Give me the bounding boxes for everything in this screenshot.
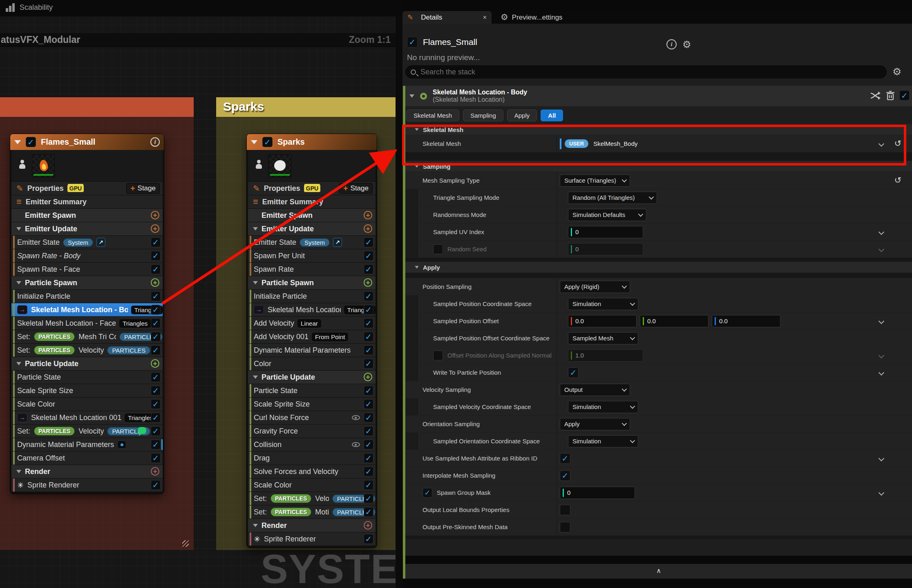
module-row[interactable]: Scale Sprite Size✓ — [11, 384, 163, 397]
value-checkbox[interactable]: ✓ — [560, 453, 570, 464]
value-checkbox[interactable]: ✓ — [568, 367, 579, 378]
enabled-checkbox[interactable]: ✓ — [364, 399, 373, 409]
module-row[interactable]: Scale Color✓ — [248, 478, 376, 492]
enabled-checkbox[interactable]: ✓ — [364, 305, 373, 315]
enabled-checkbox[interactable]: ✓ — [364, 359, 373, 369]
collapse-arrow-icon[interactable] — [16, 227, 21, 230]
module-row[interactable]: Set:PARTICLESVelocityPARTICLES✓ — [248, 492, 376, 505]
add-stage-button[interactable]: +Stage — [126, 183, 160, 194]
enabled-checkbox[interactable]: ✓ — [364, 318, 373, 328]
enabled-checkbox[interactable]: ✓ — [364, 264, 373, 274]
dropdown-triangle-sampling-mode[interactable]: Random (All Triangles) — [568, 192, 657, 204]
add-module-button[interactable]: + — [151, 359, 159, 368]
expand-chevron-icon[interactable] — [878, 370, 884, 376]
dropdown-randomness-mode[interactable]: Simulation Defaults — [568, 209, 646, 221]
collapse-arrow-icon[interactable] — [253, 227, 258, 230]
add-module-button[interactable]: + — [151, 278, 159, 287]
tab-close-icon[interactable]: × — [483, 14, 487, 21]
module-row[interactable]: Set:PARTICLESVelocityPARTICLES✓ — [11, 344, 163, 357]
collapse-arrow-icon[interactable] — [16, 362, 21, 365]
stack-group-row[interactable]: Particle Spawn+ — [248, 276, 376, 289]
enabled-checkbox[interactable]: ✓ — [364, 251, 373, 261]
enabled-checkbox[interactable]: ✓ — [151, 332, 161, 342]
module-row[interactable]: Add VelocityLinear✓ — [248, 317, 376, 330]
category-header-skeletal-mesh[interactable]: Skeletal Mesh — [405, 124, 912, 135]
enabled-checkbox[interactable]: ✓ — [151, 413, 161, 423]
add-module-button[interactable]: + — [364, 278, 372, 287]
module-row[interactable]: Color✓ — [248, 357, 376, 370]
enabled-checkbox[interactable]: ✓ — [151, 264, 161, 274]
expand-chevron-icon[interactable] — [878, 490, 884, 496]
flames-comment-header[interactable] — [0, 97, 194, 117]
value-checkbox[interactable] — [560, 505, 570, 515]
collapse-arrow-icon[interactable] — [415, 128, 419, 131]
property-enable-checkbox[interactable] — [433, 244, 443, 254]
emitter-node-flames-small[interactable]: ✓Flames_Smalli✎PropertiesGPU+Stage≡Emitt… — [10, 134, 164, 494]
number-input[interactable]: 0 — [560, 487, 635, 499]
enabled-checkbox[interactable]: ✓ — [151, 305, 161, 315]
enabled-checkbox[interactable]: ✓ — [151, 237, 161, 247]
module-row[interactable]: Set:PARTICLESVelocityPARTICLES✓ — [11, 425, 163, 438]
module-row[interactable]: Particle State✓ — [11, 371, 163, 384]
search-settings-gear-icon[interactable]: ⚙ — [892, 67, 901, 77]
enabled-checkbox[interactable]: ✓ — [151, 318, 161, 328]
module-row[interactable]: Skeletal Mesh Location - FaceTriangles✓ — [11, 317, 163, 330]
stack-group-row[interactable]: Render+ — [248, 519, 376, 532]
enabled-checkbox[interactable]: ✓ — [364, 494, 373, 503]
add-module-button[interactable]: + — [364, 373, 372, 381]
add-module-button[interactable]: + — [151, 467, 159, 476]
module-row[interactable]: Camera Offset✓ — [11, 452, 163, 465]
module-row[interactable]: →Skeletal Mesh Location 001Triangles✓ — [11, 411, 163, 424]
enabled-checkbox[interactable]: ✓ — [364, 507, 373, 517]
number-input[interactable]: 0 — [568, 243, 643, 255]
add-module-button[interactable]: + — [364, 521, 372, 530]
shuffle-icon[interactable] — [870, 91, 881, 100]
expand-chevron-icon[interactable] — [878, 456, 884, 461]
enabled-checkbox[interactable]: ✓ — [364, 480, 373, 490]
vector-input-z[interactable]: 0.0 — [712, 315, 780, 327]
module-row[interactable]: →Skeletal Mesh Location - BodyTriangles✓ — [11, 303, 163, 316]
expand-chevron-icon[interactable] — [878, 141, 884, 147]
emitter-thumbnail[interactable] — [32, 154, 55, 177]
stack-group-row[interactable]: Particle Spawn+ — [11, 276, 163, 289]
emitter-node-header[interactable]: ✓Sparks — [247, 134, 377, 150]
number-input[interactable]: 0 — [568, 226, 643, 238]
collapse-stack-icon[interactable]: ∧ — [656, 567, 661, 575]
enabled-checkbox[interactable]: ✓ — [364, 426, 373, 436]
enabled-checkbox[interactable]: ✓ — [364, 237, 373, 247]
filter-button-all[interactable]: All — [541, 110, 563, 121]
number-input[interactable]: 1.0 — [568, 349, 643, 362]
dropdown-orientation-sampling[interactable]: Apply — [560, 418, 630, 430]
stack-group-row[interactable]: Emitter Update+ — [248, 222, 376, 235]
module-row[interactable]: Drag✓ — [248, 452, 376, 465]
module-row[interactable]: Scale Color✓ — [11, 398, 163, 411]
category-header-sampling[interactable]: Sampling — [405, 161, 912, 172]
add-stage-button[interactable]: +Stage — [339, 183, 373, 194]
value-checkbox[interactable] — [560, 522, 570, 532]
enabled-checkbox[interactable]: ✓ — [151, 251, 161, 261]
stack-group-row[interactable]: Emitter Update+ — [11, 222, 163, 235]
property-enable-checkbox[interactable]: ✓ — [422, 488, 432, 498]
collapse-arrow-icon[interactable] — [16, 470, 21, 473]
enabled-checkbox[interactable]: ✓ — [364, 534, 373, 544]
reset-to-default-icon[interactable]: ↺ — [894, 175, 901, 185]
vector-input-y[interactable]: 0.0 — [640, 315, 709, 327]
enabled-checkbox[interactable]: ✓ — [364, 440, 373, 449]
module-row[interactable]: Spawn Per Unit✓ — [248, 249, 376, 262]
filter-button-skeletal-mesh[interactable]: Skeletal Mesh — [406, 110, 459, 121]
module-row[interactable]: Dynamic Material Parameters✓ — [248, 344, 376, 357]
dropdown-sampled-position-offset-coordinate-space[interactable]: Sampled Mesh — [568, 332, 638, 344]
properties-row[interactable]: ✎PropertiesGPU+Stage — [248, 182, 376, 195]
module-row[interactable]: Set:PARTICLESMotionBlurPARTICLES✓ — [248, 505, 376, 519]
module-row[interactable]: Emitter StateSystem↗✓ — [11, 236, 163, 249]
collapse-arrow-icon[interactable] — [409, 94, 414, 98]
system-overview-graph[interactable]: Sparks atusVFX_Modular Zoom 1:1 ✓Flames_… — [0, 16, 396, 588]
info-icon[interactable]: i — [666, 39, 677, 49]
module-row[interactable]: Particle State✓ — [248, 384, 376, 397]
module-row[interactable]: Solve Forces and Velocity✓ — [248, 465, 376, 478]
stack-group-row[interactable]: Emitter Spawn+ — [11, 209, 163, 222]
stack-group-row[interactable]: Particle Update+ — [11, 357, 163, 370]
module-row[interactable]: Spawn Rate✓ — [248, 263, 376, 276]
filter-button-sampling[interactable]: Sampling — [463, 110, 503, 121]
module-row[interactable]: Collision✓ — [248, 438, 376, 451]
